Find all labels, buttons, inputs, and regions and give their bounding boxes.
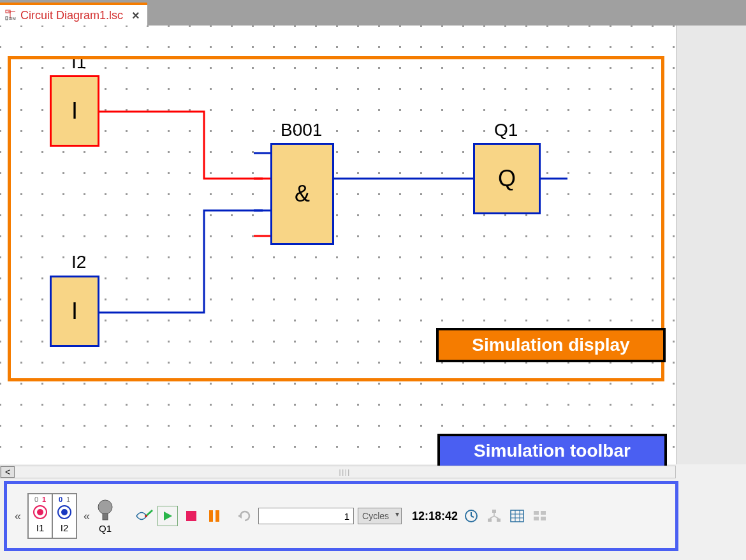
stop-button[interactable] <box>182 506 201 526</box>
svg-marker-15 <box>164 512 172 520</box>
refresh-button[interactable] <box>235 506 254 526</box>
collapse-mid-icon[interactable]: « <box>81 507 92 526</box>
svg-line-27 <box>490 516 494 519</box>
collapse-left-icon[interactable]: « <box>12 507 24 526</box>
annotation-toolbar-label: Simulation toolbar <box>437 434 667 468</box>
scroll-left-button[interactable]: < <box>1 466 15 478</box>
pause-button[interactable] <box>205 506 224 526</box>
document-tab[interactable]: SIM Circuit Diagram1.lsc × <box>0 3 147 26</box>
simulation-toolbar: « 01 .io-block:nth-child(1) .io-circle::… <box>4 481 678 551</box>
svg-marker-19 <box>238 513 242 519</box>
grid-button[interactable] <box>530 506 550 526</box>
tab-filename: Circuit Diagram1.lsc <box>20 9 123 22</box>
bulb-icon <box>96 499 114 523</box>
pause-icon <box>208 510 220 522</box>
horizontal-scrollbar[interactable]: < |||| <box>0 466 676 478</box>
output-indicator-label: Q1 <box>99 523 112 534</box>
stop-icon <box>186 510 197 522</box>
svg-rect-36 <box>534 517 539 520</box>
input-switch-i1-label: I1 <box>36 522 45 533</box>
svg-rect-29 <box>511 510 523 522</box>
grid-icon <box>533 510 547 522</box>
svg-rect-35 <box>541 511 546 515</box>
svg-rect-1 <box>6 17 8 20</box>
svg-rect-24 <box>488 519 492 522</box>
input-switch-i2[interactable]: 01 .io-block:nth-child(2) .io-circle::af… <box>52 494 77 538</box>
clock-button[interactable] <box>462 506 481 526</box>
svg-line-28 <box>494 516 499 519</box>
input-switch-group: 01 .io-block:nth-child(1) .io-circle::af… <box>27 493 77 539</box>
input-switch-i1[interactable]: 01 .io-block:nth-child(1) .io-circle::af… <box>28 494 52 538</box>
annotation-display-label: Simulation display <box>436 328 666 362</box>
clock-icon <box>464 509 478 523</box>
svg-rect-23 <box>492 510 496 513</box>
network-icon <box>487 509 501 523</box>
diagram-canvas[interactable]: I1 I I2 I B001 & Q1 Q Simulation display… <box>0 26 676 464</box>
scroll-track[interactable]: |||| <box>15 466 675 478</box>
refresh-icon <box>238 509 252 523</box>
svg-rect-18 <box>216 510 219 522</box>
svg-rect-37 <box>541 517 546 520</box>
right-margin <box>676 26 746 464</box>
table-button[interactable] <box>508 506 527 526</box>
play-icon <box>162 510 173 522</box>
svg-point-11 <box>98 500 112 514</box>
probe-pin-icon[interactable] <box>135 506 154 526</box>
svg-line-13 <box>146 510 152 516</box>
play-button[interactable] <box>157 506 178 526</box>
svg-point-14 <box>145 515 147 517</box>
logo-sim-icon: SIM <box>5 10 17 21</box>
svg-rect-16 <box>186 511 196 521</box>
svg-rect-34 <box>534 511 539 515</box>
output-indicator-q1[interactable]: Q1 <box>96 499 114 534</box>
svg-rect-17 <box>209 510 213 522</box>
svg-text:SIM: SIM <box>9 17 16 20</box>
step-count-input[interactable] <box>258 508 354 524</box>
input-switch-i2-label: I2 <box>61 522 69 533</box>
table-icon <box>510 510 524 522</box>
network-button[interactable] <box>485 506 504 526</box>
simulation-time: 12:18:42 <box>412 510 458 523</box>
tab-bar: SIM Circuit Diagram1.lsc × <box>0 0 746 26</box>
chevron-down-icon: ▾ <box>395 510 399 519</box>
svg-rect-12 <box>103 513 108 520</box>
close-icon[interactable]: × <box>132 8 140 23</box>
svg-rect-25 <box>497 519 501 522</box>
svg-line-22 <box>471 516 474 517</box>
